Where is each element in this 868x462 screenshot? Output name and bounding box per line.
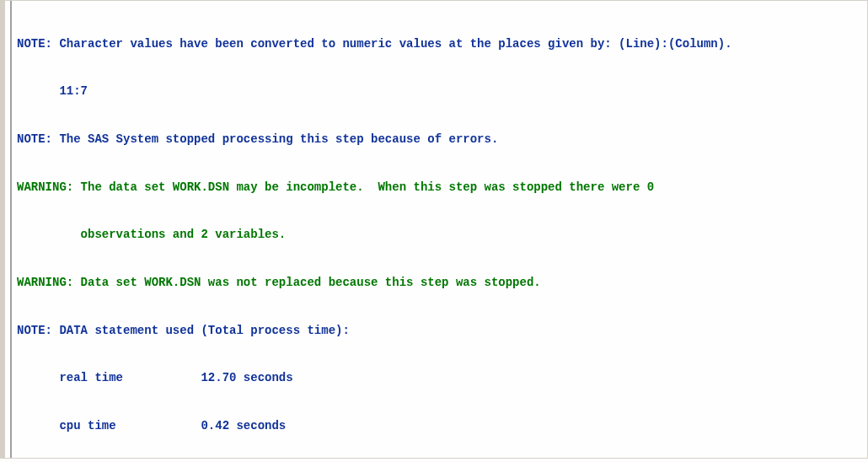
note-cpu-time: cpu time 0.42 seconds — [17, 418, 860, 434]
note-timing-header: NOTE: DATA statement used (Total process… — [17, 323, 860, 339]
left-gutter — [10, 1, 12, 458]
note-stopped: NOTE: The SAS System stopped processing … — [17, 132, 860, 148]
note-conversion-loc: 11:7 — [17, 83, 860, 99]
warning-incomplete-b: observations and 2 variables. — [17, 227, 860, 243]
warning-incomplete-a: WARNING: The data set WORK.DSN may be in… — [17, 180, 860, 196]
warning-not-replaced: WARNING: Data set WORK.DSN was not repla… — [17, 275, 860, 291]
log-window-frame: NOTE: Character values have been convert… — [0, 0, 868, 459]
note-real-time: real time 12.70 seconds — [17, 370, 860, 386]
sas-log-output: NOTE: Character values have been convert… — [5, 1, 867, 462]
note-conversion: NOTE: Character values have been convert… — [17, 36, 860, 52]
